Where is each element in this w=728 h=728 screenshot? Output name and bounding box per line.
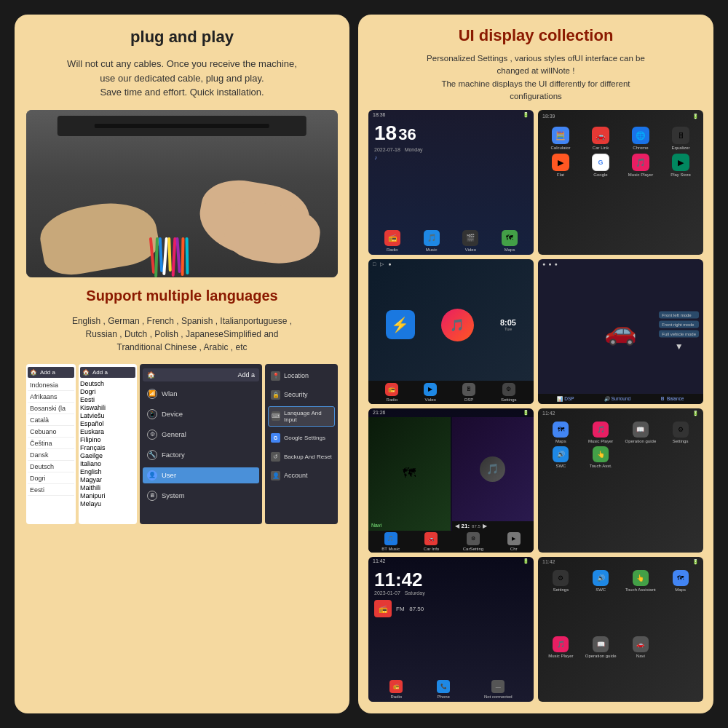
settings-menu: 🏠Add a 📶 Wlan 📱 Device ⚙ General 🔧 Facto… — [140, 364, 262, 524]
list-item: Eesti — [80, 396, 135, 403]
right-panel: UI display collection Personalized Setti… — [358, 15, 713, 713]
settings-device[interactable]: 📱 Device — [143, 406, 259, 422]
left-panel: plug and play Will not cut any cables. O… — [15, 15, 349, 713]
submenu-location[interactable]: 📍 Location — [268, 368, 335, 384]
list-item: Català — [28, 415, 74, 426]
list-item: Filipino — [80, 436, 135, 443]
submenu-google[interactable]: G Google Settings — [268, 430, 335, 446]
list-item: Gaeilge — [80, 452, 135, 459]
settings-system[interactable]: 🖥 System — [143, 488, 259, 504]
list-item: English — [80, 468, 135, 475]
list-item: Magyar — [80, 476, 135, 483]
list-item: Afrikaans — [28, 392, 74, 403]
list-item: Indonesia — [28, 380, 74, 391]
list-item: Deutsch — [80, 380, 135, 387]
list-item: Italiano — [80, 460, 135, 467]
list-item: Manipuri — [80, 492, 135, 499]
ui-collection-desc: Personalized Settings , various styles o… — [368, 52, 703, 103]
list-item: Latviešu — [80, 412, 135, 419]
screenshot-bluetooth: □▷● ⚡ 🎵 8:05 Tue 📻 Radio ▶ — [368, 259, 534, 404]
settings-wlan[interactable]: 📶 Wlan — [143, 386, 259, 402]
settings-factory[interactable]: 🔧 Factory — [143, 447, 259, 463]
list-item: Bosanski (la — [28, 403, 74, 414]
settings-ui: 🏠 Add a Indonesia Afrikaans Bosanski (la… — [26, 364, 338, 524]
screenshot-app-grid-1: 18:39🔋 🧮Calculator 🚗Car Link 🌐Chrome 🎚Eq… — [538, 110, 703, 255]
settings-general[interactable]: ⚙ General — [143, 427, 259, 443]
plug-image — [26, 110, 338, 277]
lang-list-1: 🏠 Add a Indonesia Afrikaans Bosanski (la… — [26, 364, 76, 524]
list-item: Dansk — [28, 450, 74, 461]
ui-collection-title: UI display collection — [368, 26, 703, 45]
plug-title: plug and play — [26, 28, 338, 47]
screenshot-app-grid-2: 11:42🔋 🗺Maps 🎵Music Player 📖Operation gu… — [538, 408, 703, 553]
submenu-language[interactable]: ⌨ Lanquage And Input — [268, 406, 335, 427]
list-item: Kiswahili — [80, 404, 135, 411]
screenshots-grid: 18:36🔋 18 36 2022-07-18 Monday ♪ 📻 Radio… — [368, 110, 703, 702]
list-item: Français — [80, 444, 135, 451]
submenu-backup[interactable]: ↺ Backup And Reset — [268, 449, 335, 464]
list-item: Euskara — [80, 428, 135, 435]
settings-submenu: 📍 Location 🔒 Security ⌨ Lanquage And Inp… — [265, 364, 338, 524]
settings-user[interactable]: 👤 User — [143, 467, 259, 483]
support-title: Support multiple languages — [26, 288, 338, 304]
list-item: Español — [80, 420, 135, 427]
screenshot-app-grid-3: 11:42🔋 ⚙Settings 🔊SWC 👆Touch Assistant 🗺… — [538, 557, 703, 702]
lang-desc: English , German , French , Spanish , It… — [26, 314, 338, 354]
main-container: plug and play Will not cut any cables. O… — [7, 7, 721, 721]
list-item: Melayu — [80, 500, 135, 507]
submenu-security[interactable]: 🔒 Security — [268, 387, 335, 403]
list-item: Cebuano — [28, 427, 74, 438]
list-item: Deutsch — [28, 462, 74, 472]
screenshot-dsp: ●●● 🚗 Front left mode Front right mode F… — [538, 259, 703, 404]
list-item: Dogri — [80, 388, 135, 395]
list-item: Maithili — [80, 484, 135, 491]
list-item: Eesti — [28, 485, 74, 496]
screenshot-clock-2: 11:42🔋 11:42 2023-01-07 Saturday 📻 FM 87… — [368, 557, 534, 702]
lang-list-2: 🏠 Add a Deutsch Dogri Eesti Kiswahili La… — [79, 364, 137, 524]
screenshot-nav-music: 21:26🔋 🗺 Navi 🎵 ◀ 2 — [368, 408, 534, 553]
list-item: Dogri — [28, 473, 74, 484]
screenshot-clock-radio: 18:36🔋 18 36 2022-07-18 Monday ♪ 📻 Radio… — [368, 110, 534, 255]
plug-desc: Will not cut any cables. Once you receiv… — [26, 57, 338, 100]
list-item: Čeština — [28, 438, 74, 449]
submenu-account[interactable]: 👤 Account — [268, 468, 335, 483]
